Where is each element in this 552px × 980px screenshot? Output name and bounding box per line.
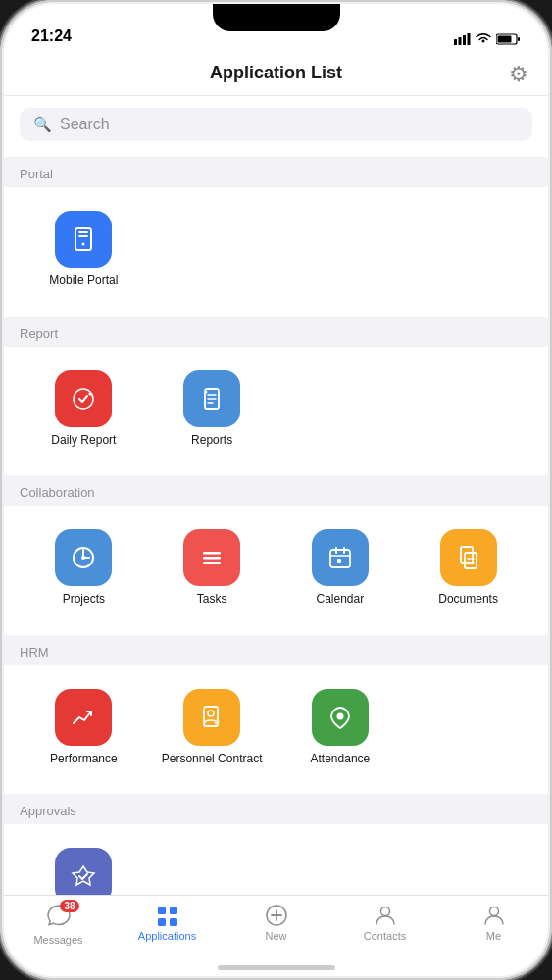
svg-point-16 xyxy=(205,390,208,393)
app-icon-calendar xyxy=(312,529,369,586)
app-list-scroll[interactable]: Portal Mobile PortalReport Daily Report … xyxy=(4,157,548,927)
svg-rect-37 xyxy=(170,906,177,914)
applications-icon xyxy=(155,904,180,927)
svg-point-44 xyxy=(489,907,498,916)
phone-frame: 21:24 xyxy=(0,0,552,980)
svg-rect-26 xyxy=(337,559,341,563)
gear-icon[interactable]: ⚙ xyxy=(509,62,528,87)
svg-rect-1 xyxy=(459,37,462,45)
tab-new[interactable]: New xyxy=(222,904,330,942)
section-body-collaboration: Projects Tasks Calendar Documents xyxy=(4,506,548,635)
status-icons xyxy=(454,33,521,45)
app-item-personnel-contract[interactable]: Personnel Contract xyxy=(148,681,276,779)
signal-icon xyxy=(454,33,471,45)
section-header-approvals: Approvals xyxy=(4,794,548,824)
app-icon-daily-report xyxy=(55,370,112,427)
tab-bar: 38 Messages Applications N xyxy=(4,895,548,976)
svg-marker-35 xyxy=(73,866,94,885)
app-item-reports[interactable]: Reports xyxy=(148,363,276,461)
header-title: Application List xyxy=(210,63,342,83)
app-item-mobile-portal[interactable]: Mobile Portal xyxy=(20,203,148,301)
search-bar[interactable]: 🔍 Search xyxy=(20,108,532,141)
svg-rect-19 xyxy=(203,552,221,555)
section-body-report: Daily Report Reports xyxy=(4,347,548,476)
app-icon-mobile-portal xyxy=(55,211,112,268)
tab-messages[interactable]: 38 Messages xyxy=(4,904,113,946)
new-icon xyxy=(264,904,289,927)
svg-rect-27 xyxy=(461,547,473,563)
app-icon-documents xyxy=(440,529,497,586)
tab-applications-label: Applications xyxy=(138,930,196,942)
svg-rect-38 xyxy=(158,918,166,926)
tab-applications[interactable]: Applications xyxy=(113,904,222,942)
app-item-documents[interactable]: Documents xyxy=(404,521,532,619)
wifi-icon xyxy=(476,33,491,45)
status-time: 21:24 xyxy=(31,27,72,45)
app-label-performance: Performance xyxy=(50,752,118,767)
app-label-personnel-contract: Personnel Contract xyxy=(162,752,263,767)
tab-contacts-label: Contacts xyxy=(364,930,406,942)
section-body-portal: Mobile Portal xyxy=(4,187,548,317)
svg-rect-3 xyxy=(468,33,471,45)
svg-point-32 xyxy=(208,710,214,716)
app-item-attendance[interactable]: Attendance xyxy=(276,681,405,779)
app-item-projects[interactable]: Projects xyxy=(20,521,148,619)
svg-rect-2 xyxy=(463,35,466,45)
svg-rect-36 xyxy=(158,906,166,914)
svg-point-18 xyxy=(81,556,85,560)
app-item-daily-report[interactable]: Daily Report xyxy=(20,363,148,461)
section-header-hrm: HRM xyxy=(4,635,548,665)
status-bar: 21:24 xyxy=(4,4,548,53)
search-icon: 🔍 xyxy=(33,116,52,133)
app-icon-personnel-contract xyxy=(183,689,240,746)
svg-rect-6 xyxy=(498,36,512,43)
app-label-calendar: Calendar xyxy=(317,592,365,608)
app-icon-tasks xyxy=(183,529,240,586)
svg-point-43 xyxy=(380,907,389,916)
messages-badge-wrap: 38 xyxy=(46,904,72,931)
section-header-portal: Portal xyxy=(4,157,548,187)
home-indicator xyxy=(218,965,335,970)
svg-rect-5 xyxy=(518,37,520,41)
app-label-mobile-portal: Mobile Portal xyxy=(49,273,118,289)
svg-point-10 xyxy=(82,243,85,246)
app-icon-attendance xyxy=(312,689,369,746)
phone-inner: 21:24 xyxy=(4,4,548,976)
section-body-hrm: Performance Personnel Contract Attendanc… xyxy=(4,665,548,795)
tab-messages-label: Messages xyxy=(33,934,82,946)
tab-me-label: Me xyxy=(486,930,501,942)
section-header-collaboration: Collaboration xyxy=(4,475,548,506)
app-label-reports: Reports xyxy=(191,433,232,449)
svg-point-34 xyxy=(336,712,343,719)
app-label-documents: Documents xyxy=(438,592,498,608)
tab-new-label: New xyxy=(265,930,286,942)
tab-me[interactable]: Me xyxy=(439,904,548,942)
search-placeholder: Search xyxy=(60,116,110,133)
svg-rect-28 xyxy=(465,553,477,568)
svg-rect-21 xyxy=(203,562,221,564)
app-item-tasks[interactable]: Tasks xyxy=(148,521,276,619)
tab-contacts[interactable]: Contacts xyxy=(330,904,439,942)
app-item-calendar[interactable]: Calendar xyxy=(276,521,405,619)
app-item-performance[interactable]: Performance xyxy=(20,681,148,779)
contacts-icon xyxy=(373,904,398,927)
svg-rect-39 xyxy=(170,918,177,926)
app-label-attendance: Attendance xyxy=(311,752,371,767)
app-icon-performance xyxy=(55,689,112,746)
section-header-report: Report xyxy=(4,317,548,347)
svg-rect-0 xyxy=(454,39,457,45)
app-header: Application List ⚙ xyxy=(4,53,548,96)
svg-rect-20 xyxy=(203,557,221,560)
app-label-tasks: Tasks xyxy=(197,592,227,608)
battery-icon xyxy=(496,33,521,45)
notch xyxy=(213,4,340,31)
messages-badge: 38 xyxy=(60,900,78,912)
app-icon-reports xyxy=(183,370,240,427)
app-label-daily-report: Daily Report xyxy=(51,433,116,449)
me-icon xyxy=(481,904,507,927)
app-label-projects: Projects xyxy=(63,592,105,608)
app-icon-projects xyxy=(55,529,112,586)
